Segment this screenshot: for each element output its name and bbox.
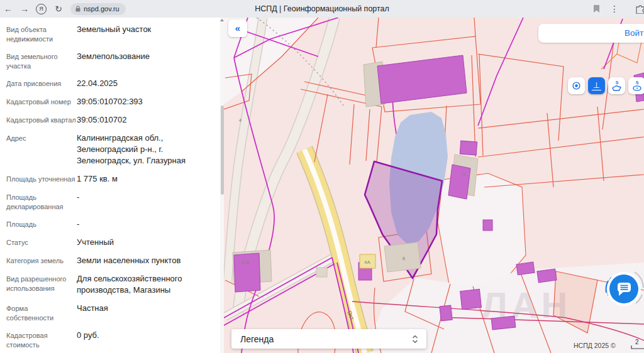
scrollbar-thumb[interactable]	[221, 106, 224, 195]
row-value: 22.04.2025	[77, 78, 206, 89]
row-value: Частная	[77, 303, 206, 323]
row-label: Вид разрешенного использования	[6, 273, 77, 296]
forward-icon[interactable]: →	[16, 0, 33, 18]
row-label: Площадь декларированная	[6, 192, 77, 212]
info-row: АдресКалининградская обл., Зеленоградски…	[6, 133, 220, 166]
row-label: Кадастровый квартал	[6, 114, 77, 126]
row-label: Вид земельного участка	[6, 51, 77, 71]
info-row: Площадь-	[6, 219, 220, 230]
area-ellipse-tool-button[interactable]: S	[628, 77, 644, 94]
row-value: 0 руб.	[77, 330, 206, 350]
row-label: Форма собственности	[6, 303, 77, 323]
scale-value: 2	[635, 339, 639, 345]
row-value: 39:05:010702:393	[77, 96, 206, 107]
row-value: -	[77, 219, 206, 230]
row-label: Кадастровый номер	[6, 96, 77, 107]
info-row: Кадастровый квартал39:05:010702	[6, 114, 220, 126]
info-row: Форма собственностиЧастная	[6, 303, 220, 323]
row-value: Для сельскохозяйственного производства, …	[77, 273, 206, 296]
row-label: Адрес	[6, 133, 77, 166]
back-icon[interactable]: ←	[0, 0, 16, 18]
login-toolbar: Войти	[538, 24, 644, 43]
legend-label: Легенда	[240, 334, 412, 344]
perpendicular-icon: ⊥	[592, 82, 601, 90]
info-row: Категория земельЗемли населенных пунктов	[6, 255, 220, 266]
row-value: -	[77, 192, 206, 212]
area-polygon-icon: S	[611, 80, 623, 92]
info-row: Кадастровый номер39:05:010702:393	[6, 96, 220, 107]
map-tools: ⊥ S S	[568, 77, 644, 94]
row-value: Учтенный	[77, 237, 206, 248]
point-icon	[572, 81, 581, 90]
object-info-panel: Вид объекта недвижимостиЗемельный участо…	[0, 18, 220, 353]
collapse-panel-button[interactable]: «	[228, 19, 247, 37]
row-label: Площадь	[6, 219, 77, 230]
parcel-label: 10а	[241, 259, 250, 265]
info-row: Вид земельного участкаЗемлепользование	[6, 51, 220, 71]
info-row: Площадь уточненная1 775 кв. м	[6, 173, 220, 185]
area-polygon-tool-button[interactable]: S	[608, 77, 625, 94]
row-label: Дата присвоения	[6, 78, 77, 89]
info-row: Дата присвоения22.04.2025	[6, 78, 220, 89]
lock-icon	[75, 6, 80, 12]
row-value: 1 775 кв. м	[77, 173, 206, 185]
legend-dropdown[interactable]: Легенда	[231, 329, 426, 349]
info-row: Вид разрешенного использованияДля сельск…	[6, 273, 220, 296]
browser-toolbar: ← → Я ↻ nspd.gov.ru НСПД | Геоинформацио…	[0, 0, 644, 18]
parcel-label: 6	[402, 256, 406, 261]
row-value: Земли населенных пунктов	[77, 255, 206, 266]
parcel-label: 4	[239, 117, 242, 123]
row-value: Земельный участок	[77, 24, 206, 44]
row-value: Калининградская обл., Зеленоградский р-н…	[77, 133, 206, 166]
row-label: Площадь уточненная	[6, 173, 77, 185]
info-row: СтатусУчтенный	[6, 237, 220, 248]
row-label: Категория земель	[6, 255, 77, 266]
chat-button[interactable]	[602, 267, 644, 311]
cadastral-map-drawing: ЛАН 4 3 6 10а 4А Окт	[224, 18, 644, 353]
browser-logo-icon[interactable]: Я	[36, 4, 47, 14]
row-label: Статус	[6, 237, 77, 248]
row-value: 39:05:010702	[77, 114, 206, 126]
extension-icon[interactable]	[635, 4, 644, 14]
login-button[interactable]: Войти	[625, 28, 644, 38]
menu-kebab-icon[interactable]: ⋮	[610, 4, 619, 14]
row-label: Вид объекта недвижимости	[6, 24, 77, 44]
row-value: Землепользование	[77, 51, 206, 71]
expand-collapse-icon[interactable]	[412, 335, 418, 344]
parcel-label: 4А	[364, 259, 370, 265]
map-copyright: НСПД 2025 ©	[574, 342, 616, 349]
parcel-label: 3	[463, 171, 466, 177]
url-text: nspd.gov.ru	[84, 5, 119, 13]
svg-text:S: S	[615, 80, 618, 85]
info-row: Кадастровая стоимость0 руб.	[6, 330, 220, 350]
map-canvas[interactable]: ЛАН 4 3 6 10а 4А Окт « Войти ⊥ S	[224, 18, 644, 353]
row-label: Кадастровая стоимость	[6, 330, 77, 350]
scale-bar: 2	[630, 339, 644, 352]
refresh-icon[interactable]: ↻	[50, 0, 67, 18]
point-tool-button[interactable]	[568, 77, 585, 94]
svg-text:S: S	[635, 80, 638, 85]
watermark: ЛАН	[482, 285, 571, 325]
perpendicular-tool-button[interactable]: ⊥	[588, 77, 605, 94]
bookmark-icon[interactable]	[593, 4, 600, 13]
area-ellipse-icon: S	[631, 80, 643, 92]
info-row: Площадь декларированная-	[6, 192, 220, 212]
address-bar[interactable]: nspd.gov.ru	[70, 3, 126, 15]
info-row: Вид объекта недвижимостиЗемельный участо…	[6, 24, 220, 44]
